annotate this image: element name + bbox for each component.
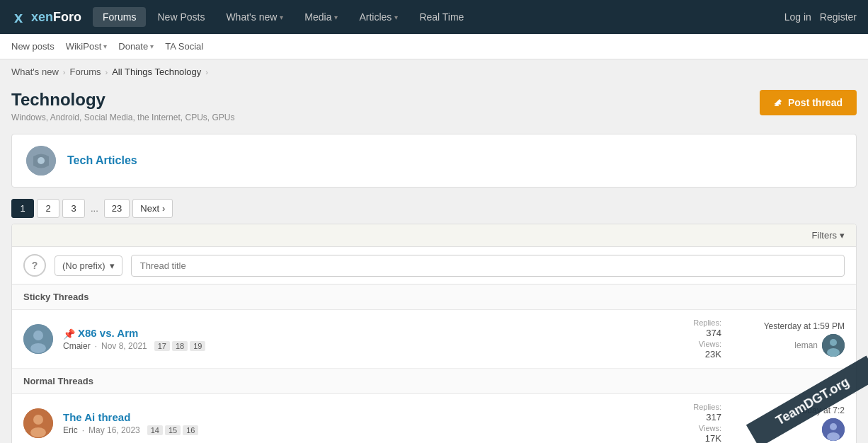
thread-page-pill[interactable]: 15 bbox=[165, 425, 181, 435]
svg-point-5 bbox=[38, 157, 45, 164]
thread-title[interactable]: The Ai thread bbox=[63, 411, 130, 423]
filters-chevron-icon: ▾ bbox=[840, 230, 845, 241]
prefix-icon: ? bbox=[23, 254, 46, 277]
breadcrumb-sep-1: › bbox=[63, 68, 66, 76]
views-value: 17K bbox=[705, 433, 721, 443]
thread-author[interactable]: Cmaier bbox=[63, 341, 91, 351]
breadcrumb-whats-new[interactable]: What's new bbox=[11, 67, 59, 77]
articles-caret: ▾ bbox=[394, 13, 398, 21]
thread-meta: Cmaier · Nov 8, 2021 17 18 19 bbox=[63, 341, 655, 351]
views-value: 23K bbox=[705, 349, 721, 359]
prefix-select[interactable]: (No prefix) ▾ bbox=[55, 255, 122, 276]
thread-title-search[interactable] bbox=[131, 255, 845, 277]
nav-real-time[interactable]: Real Time bbox=[409, 7, 474, 27]
nav-items: Forums New Posts What's new▾ Media▾ Arti… bbox=[93, 7, 784, 27]
tech-articles-title[interactable]: Tech Articles bbox=[67, 154, 137, 167]
login-link[interactable]: Log in bbox=[784, 11, 811, 23]
thread-stats: Replies: 374 Views: 23K bbox=[665, 318, 721, 359]
filters-bar: Filters ▾ bbox=[12, 224, 856, 247]
page-btn-1[interactable]: 1 bbox=[11, 199, 34, 218]
thread-date-value: Nov 8, 2021 bbox=[101, 341, 147, 351]
thread-page-pill[interactable]: 16 bbox=[183, 425, 198, 435]
donate-caret: ▾ bbox=[150, 42, 154, 50]
breadcrumb-current: All Things Technology bbox=[112, 67, 201, 77]
breadcrumb-sep-2: › bbox=[105, 68, 108, 76]
thread-title[interactable]: X86 vs. Arm bbox=[78, 327, 138, 339]
sec-nav-wikipost[interactable]: WikiPost▾ bbox=[66, 38, 108, 54]
top-navigation: x xenForo Forums New Posts What's new▾ M… bbox=[0, 0, 868, 34]
breadcrumb-forums[interactable]: Forums bbox=[69, 67, 101, 77]
page-btn-23[interactable]: 23 bbox=[104, 199, 130, 218]
thread-stats: Replies: 317 Views: 17K bbox=[665, 403, 721, 443]
nav-whats-new[interactable]: What's new▾ bbox=[216, 7, 293, 27]
thread-pages: 14 15 16 bbox=[147, 425, 199, 435]
page-title: Technology bbox=[11, 90, 234, 110]
page-header: Technology Windows, Android, Social Medi… bbox=[0, 84, 868, 134]
svg-point-10 bbox=[830, 339, 837, 346]
thread-title-row: The Ai thread bbox=[63, 411, 655, 425]
last-post-avatar[interactable] bbox=[822, 418, 845, 441]
nav-new-posts[interactable]: New Posts bbox=[147, 7, 215, 27]
svg-point-8 bbox=[30, 343, 46, 353]
last-post-avatar[interactable] bbox=[822, 334, 845, 357]
avatar bbox=[23, 324, 53, 354]
svg-point-11 bbox=[827, 348, 840, 357]
sec-nav-ta-social[interactable]: TA Social bbox=[165, 38, 203, 54]
svg-text:x: x bbox=[14, 8, 23, 26]
table-row: The Ai thread Eric · May 16, 2023 14 15 … bbox=[12, 394, 856, 443]
avatar bbox=[23, 408, 53, 438]
site-logo[interactable]: x xenForo bbox=[11, 7, 81, 27]
thread-last-post: Yesterday at 1:59 PM leman bbox=[731, 321, 845, 357]
thread-page-pill[interactable]: 17 bbox=[154, 341, 170, 351]
last-post-user-row: leman bbox=[794, 334, 845, 357]
tech-articles-avatar bbox=[26, 146, 56, 176]
breadcrumb: What's new › Forums › All Things Technol… bbox=[0, 59, 868, 84]
last-post-user-row bbox=[822, 418, 845, 441]
page-subtitle: Windows, Android, Social Media, the Inte… bbox=[11, 113, 234, 122]
page-btn-2[interactable]: 2 bbox=[37, 199, 59, 218]
pagination: 1 2 3 ... 23 Next › bbox=[11, 199, 857, 218]
thread-pages: 17 18 19 bbox=[154, 341, 206, 351]
views-label: Views: bbox=[699, 424, 721, 432]
svg-point-7 bbox=[33, 330, 43, 340]
search-row: ? (No prefix) ▾ bbox=[12, 247, 856, 284]
views-group: Views: 17K bbox=[699, 424, 721, 443]
register-link[interactable]: Register bbox=[820, 11, 857, 23]
replies-label: Replies: bbox=[693, 318, 721, 327]
thread-list: Filters ▾ ? (No prefix) ▾ Sticky Threads bbox=[11, 224, 857, 443]
last-post-username[interactable]: leman bbox=[794, 340, 818, 350]
last-post-time: Yesterday at 1:59 PM bbox=[764, 321, 845, 331]
page-btn-3[interactable]: 3 bbox=[62, 199, 85, 218]
svg-point-13 bbox=[33, 415, 43, 425]
nav-articles[interactable]: Articles▾ bbox=[349, 7, 408, 27]
sec-nav-donate[interactable]: Donate▾ bbox=[118, 38, 154, 54]
thread-page-pill[interactable]: 19 bbox=[190, 341, 205, 351]
replies-group: Replies: 374 bbox=[693, 318, 721, 338]
thread-date-sep: · bbox=[82, 425, 84, 435]
thread-date: · bbox=[95, 341, 97, 351]
table-row: 📌 X86 vs. Arm Cmaier · Nov 8, 2021 17 18… bbox=[12, 310, 856, 369]
whats-new-caret: ▾ bbox=[280, 13, 283, 21]
nav-forums[interactable]: Forums bbox=[93, 7, 146, 27]
sec-nav-new-posts[interactable]: New posts bbox=[11, 38, 55, 54]
thread-page-pill[interactable]: 14 bbox=[147, 425, 163, 435]
replies-label: Replies: bbox=[693, 403, 721, 411]
thread-title-row: 📌 X86 vs. Arm bbox=[63, 327, 655, 341]
sticky-threads-header: Sticky Threads bbox=[12, 284, 856, 310]
nav-auth: Log in Register bbox=[784, 11, 857, 23]
pin-icon: 📌 bbox=[63, 328, 75, 340]
page-btn-next[interactable]: Next › bbox=[132, 199, 173, 218]
main-content: Tech Articles 1 2 3 ... 23 Next › Filter… bbox=[0, 134, 868, 443]
secondary-navigation: New posts WikiPost▾ Donate▾ TA Social bbox=[0, 34, 868, 59]
thread-page-pill[interactable]: 18 bbox=[172, 341, 188, 351]
svg-rect-3 bbox=[775, 105, 779, 107]
page-dots: ... bbox=[88, 203, 101, 214]
svg-point-14 bbox=[30, 427, 46, 437]
breadcrumb-sep-3: › bbox=[205, 68, 208, 76]
filters-button[interactable]: Filters ▾ bbox=[812, 230, 845, 241]
wikipost-caret: ▾ bbox=[103, 42, 107, 50]
thread-author[interactable]: Eric bbox=[63, 425, 78, 435]
nav-media[interactable]: Media▾ bbox=[295, 7, 348, 27]
logo-text-2: Foro bbox=[53, 10, 81, 25]
post-thread-button[interactable]: Post thread bbox=[760, 90, 857, 115]
